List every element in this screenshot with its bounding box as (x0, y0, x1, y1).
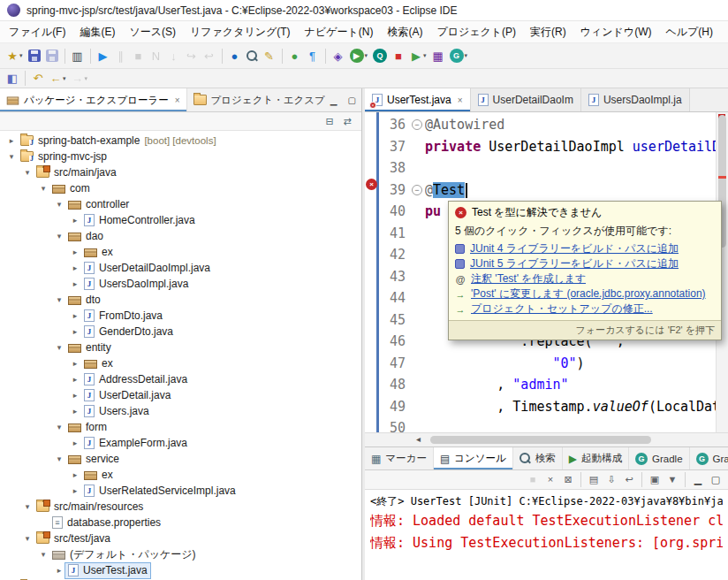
display-selected-console-button[interactable]: ▼ (664, 472, 681, 488)
tree-item[interactable]: ▸ExampleForm.java (0, 435, 361, 451)
fold-collapse-icon[interactable]: − (412, 119, 422, 130)
quick-fix-item[interactable]: →'Post' に変更します (oracle.jdbc.proxy.annota… (455, 286, 715, 301)
tree-item[interactable]: ▾src/main/resources (0, 499, 361, 515)
tree-item[interactable]: ▾dao (0, 228, 361, 244)
tree-item[interactable]: ▸GenderDto.java (0, 324, 361, 340)
run-history-button[interactable]: ▶▾ (407, 46, 429, 65)
menu-item[interactable]: 検索(A) (380, 22, 429, 42)
console-tab[interactable]: 検索 (513, 447, 563, 469)
collapsed-arrow-icon[interactable]: ▸ (69, 470, 81, 479)
tree-item[interactable]: ▸ex (0, 467, 361, 483)
clear-console-button[interactable]: ▤ (585, 472, 603, 488)
step-return-button[interactable]: ↩ (201, 46, 218, 65)
run-last-launched-button[interactable]: ● (226, 46, 244, 65)
tree-item[interactable]: ▸Users.java (0, 403, 361, 419)
boot-dashboard-button[interactable]: ● (286, 46, 304, 65)
expanded-arrow-icon[interactable]: ▾ (21, 168, 34, 177)
expanded-arrow-icon[interactable]: ▾ (53, 343, 65, 352)
save-button[interactable] (26, 46, 43, 65)
editor-tab[interactable]: UserDetailDaoIm (471, 88, 581, 111)
expanded-arrow-icon[interactable]: ▾ (37, 184, 49, 193)
view-tab[interactable]: プロジェクト・エクスプローラー (187, 88, 325, 111)
scroll-left-icon[interactable]: ◂ (416, 434, 421, 444)
tree-item[interactable]: ▸AddressDetail.java (0, 371, 361, 387)
tree-item[interactable]: ▸UsersDaoImpl.java (0, 276, 361, 292)
editor-tab[interactable]: UsersDaoImpl.ja (581, 88, 690, 111)
tree-item[interactable]: ▸UserDetail.java (0, 387, 361, 403)
expanded-arrow-icon[interactable]: ▾ (53, 200, 65, 209)
tree-item[interactable]: ▾spring-mvc-jsp (0, 149, 361, 164)
collapsed-arrow-icon[interactable]: ▸ (69, 375, 81, 384)
editor-tab[interactable]: ×UserTest.java× (365, 88, 471, 111)
collapsed-arrow-icon[interactable]: ▸ (69, 391, 81, 400)
quick-fix-link[interactable]: 注釈 'Test' を作成します (471, 271, 586, 286)
tree-item[interactable]: ▾service (0, 451, 361, 467)
pin-console-button[interactable]: ▣ (646, 472, 664, 488)
minimize-view-button[interactable]: ▁ (689, 472, 707, 488)
word-wrap-button[interactable]: ↩ (620, 472, 638, 488)
new-wizard-button[interactable]: ◈ (330, 46, 347, 65)
tree-item[interactable]: ▾entity (0, 340, 361, 355)
overview-error-tick[interactable] (718, 176, 726, 179)
quick-fix-link[interactable]: JUnit 5 ライブラリーをビルド・パスに追加 (470, 256, 679, 271)
view-tab[interactable]: パッケージ・エクスプローラー× (0, 88, 187, 111)
quick-fix-item[interactable]: JUnit 4 ライブラリーをビルド・パスに追加 (455, 241, 715, 256)
expanded-arrow-icon[interactable]: ▾ (21, 534, 34, 543)
tree-item[interactable]: ▸UserRelatedServiceImpl.java (0, 483, 361, 499)
new-button[interactable]: ★▾ (4, 46, 26, 65)
back-button[interactable]: ←▾ (47, 69, 69, 88)
remove-all-terminated-button[interactable]: ⊠ (559, 472, 577, 488)
console-tab[interactable]: ▦マーカー (365, 447, 434, 469)
console-tab[interactable]: ▤コンソール (434, 447, 513, 469)
collapsed-arrow-icon[interactable]: ▸ (69, 327, 81, 336)
expanded-arrow-icon[interactable]: ▾ (37, 550, 49, 559)
horizontal-scrollbar[interactable]: ◂ (365, 432, 728, 446)
tree-item[interactable]: ▸ex (0, 355, 361, 371)
collapsed-arrow-icon[interactable]: ▸ (69, 439, 81, 447)
expanded-arrow-icon[interactable]: ▾ (53, 295, 65, 304)
step-into-button[interactable]: ↓ (165, 46, 183, 65)
collapsed-arrow-icon[interactable]: ▸ (69, 216, 81, 225)
console-tab[interactable]: GGra (690, 447, 728, 469)
last-edit-location-button[interactable]: ↶ (29, 69, 47, 88)
error-marker-icon[interactable]: × (366, 179, 377, 190)
tree-item[interactable]: ▸UserDetailDaoImpl.java (0, 260, 361, 276)
collapsed-arrow-icon[interactable]: ▸ (69, 263, 81, 272)
quick-fix-item[interactable]: →プロジェクト・セットアップの修正... (455, 301, 715, 317)
menu-item[interactable]: ソース(S) (122, 22, 183, 42)
console-output[interactable]: <終了> UserTest [JUnit] C:¥Eclipse-2022-03… (365, 490, 728, 580)
menu-item[interactable]: 編集(E) (72, 22, 122, 42)
coverage-button[interactable]: ▦ (429, 46, 447, 65)
collapsed-arrow-icon[interactable]: ▸ (69, 311, 81, 320)
terminate-launch-button[interactable]: ■ (390, 46, 407, 65)
collapsed-arrow-icon[interactable]: ▸ (69, 359, 81, 368)
tree-item[interactable]: ▸UserTest.java (0, 562, 361, 578)
menu-item[interactable]: ヘルプ(H) (658, 22, 720, 42)
menu-item[interactable]: ナビゲート(N) (298, 22, 381, 42)
tree-item[interactable]: ▸HomeController.java (0, 212, 361, 228)
save-all-button[interactable] (43, 46, 61, 65)
suspend-button[interactable]: ∥ (112, 46, 130, 65)
gradle-button[interactable]: G▾ (447, 46, 471, 65)
tree-item[interactable]: ▾src/test/java (0, 530, 361, 546)
menu-item[interactable]: ファイル(F) (2, 22, 72, 42)
tree-item[interactable]: ▾com (0, 180, 361, 196)
console-tab[interactable]: ▶起動構成 (563, 447, 629, 469)
tree-item[interactable]: ▸spring-batch-example [boot] [devtools] (0, 133, 361, 149)
collapse-all-button[interactable]: ⊟ (321, 113, 338, 129)
editor-area[interactable]: × 363738394041424344454647484950 −− @Aut… (365, 112, 728, 432)
run-button[interactable]: ▶▾ (347, 46, 371, 65)
terminate-button[interactable]: ■ (524, 472, 542, 488)
quick-fix-item[interactable]: JUnit 5 ライブラリーをビルド・パスに追加 (455, 256, 715, 271)
profile-button[interactable]: Q (370, 46, 390, 65)
terminate-button[interactable]: ■ (130, 46, 148, 65)
tree-item[interactable]: database.properties (0, 515, 361, 530)
collapsed-arrow-icon[interactable]: ▸ (69, 407, 81, 416)
menu-item[interactable]: リファクタリング(T) (183, 22, 298, 42)
tree-item[interactable]: ▾dto (0, 292, 361, 308)
close-icon[interactable]: × (458, 95, 463, 105)
remove-launch-button[interactable]: × (542, 472, 559, 488)
java-search-button[interactable] (244, 46, 261, 65)
horizontal-scrollbar-thumb[interactable] (430, 436, 651, 444)
menu-item[interactable]: 実行(R) (523, 22, 573, 42)
